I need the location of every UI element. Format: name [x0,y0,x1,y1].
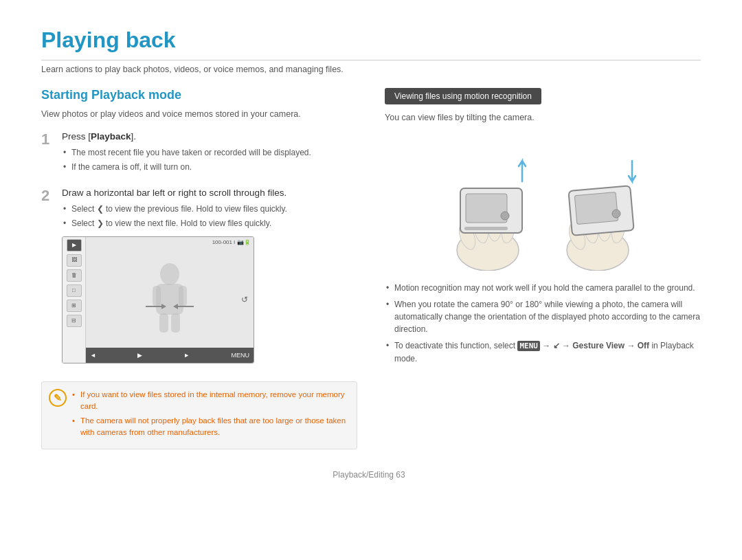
step-2-content: Draw a horizontal bar left or right to s… [62,187,357,374]
camera-menu-label: MENU [232,352,250,359]
step-1-title: Press [Playback]. [62,131,357,144]
right-bullet-3-off: Off [638,341,649,350]
svg-rect-3 [179,286,187,306]
svg-rect-4 [159,313,168,333]
footer-text: Playback/Editing 63 [333,470,405,480]
svg-point-17 [501,212,509,220]
right-bullets: Motion recognition may not work well if … [385,282,701,365]
right-bullet-1: Motion recognition may not work well if … [385,282,701,294]
step-1: 1 Press [Playback]. The most recent file… [41,131,357,180]
note-icon: ✎ [49,389,67,407]
step-1-bullet-2: If the camera is off, it will turn on. [62,161,357,173]
right-bullet-3-submenu: ↙ [553,341,560,350]
step-1-number: 1 [41,131,56,148]
camera-sidebar: ▶ 🖼 🗑 □ ⊞ ⊟ [63,237,86,363]
camera-play-icon: ▶ [137,352,142,359]
svg-rect-18 [464,227,508,230]
camera-main-area: 100-001 l 📷🔋 [86,237,254,363]
svg-rect-5 [171,313,180,333]
note-item-1: If you want to view files stored in the … [72,389,347,413]
right-bullet-3-suffix: → [625,341,638,350]
cam-icon-play: ▶ [67,239,82,251]
right-bullet-3-arrow2: → [560,341,573,350]
cam-icon-grid: ⊟ [67,315,82,327]
camera-arrow-left: ◄ [90,352,96,359]
page-footer: Playback/Editing 63 [41,470,701,480]
step-2: 2 Draw a horizontal bar left or right to… [41,187,357,374]
left-section-desc: View photos or play videos and voice mem… [41,108,357,121]
cam-icon-tag: ⊞ [67,300,82,312]
camera-topbar-text: 100-001 l [212,239,235,245]
right-bullet-3: To deactivate this function, select MENU… [385,339,701,365]
camera-topbar: 100-001 l 📷🔋 [212,239,251,245]
note-list: If you want to view files stored in the … [72,389,347,439]
step-2-bullet-2: Select ❯ to view the next file. Hold to … [62,217,357,229]
svg-point-0 [160,263,179,285]
right-column: Viewing files using motion recognition Y… [385,88,701,372]
svg-rect-2 [153,286,161,306]
left-column: Starting Playback mode View photos or pl… [41,88,357,449]
cam-icon-photo: 🖼 [67,254,82,267]
cam-icon-info: □ [67,284,82,297]
svg-rect-25 [574,192,618,224]
page-subtitle: Learn actions to play back photos, video… [41,65,701,74]
right-bullet-2: When you rotate the camera 90° or 180° w… [385,298,701,335]
camera-icons: 📷🔋 [237,239,251,245]
viewing-header: Viewing files using motion recognition [385,88,541,104]
menu-symbol: MENU [517,341,540,351]
right-desc: You can view files by tilting the camera… [385,113,701,122]
step-2-bullets: Select ❮ to view the previous file. Hold… [62,203,357,229]
svg-point-26 [612,210,620,218]
step-2-bullet-1: Select ❮ to view the previous file. Hold… [62,203,357,215]
cam-icon-delete: 🗑 [67,269,82,282]
page-title: Playing back [41,27,701,60]
person-silhouette [139,262,201,337]
right-bullet-3-prefix: To deactivate this function, select [394,341,517,350]
step-1-bullets: The most recent file you have taken or r… [62,146,357,173]
note-box: ✎ If you want to view files stored in th… [41,381,357,449]
scroll-icon: ↺ [241,295,248,304]
step-2-number: 2 [41,187,56,205]
camera-bottombar: ◄ ▶ ► MENU [86,348,254,363]
camera-arrow-right: ► [183,352,190,359]
right-bullet-3-bold: Gesture View [572,341,625,350]
step-1-bullet-1: The most recent file you have taken or r… [62,146,357,159]
step-1-content: Press [Playback]. The most recent file y… [62,131,357,180]
step-2-title: Draw a horizontal bar left or right to s… [62,187,357,200]
left-section-title: Starting Playback mode [41,88,357,102]
camera-screen-mockup: ▶ 🖼 🗑 □ ⊞ ⊟ 100-001 l 📷🔋 [62,236,254,363]
step-1-bold: Playback [91,131,131,142]
tilt-illustration [385,133,701,271]
note-item-2: The camera will not properly play back f… [72,415,347,439]
tilt-svg [426,133,660,271]
svg-rect-16 [466,194,507,223]
right-bullet-3-arrow1: → [540,341,553,350]
